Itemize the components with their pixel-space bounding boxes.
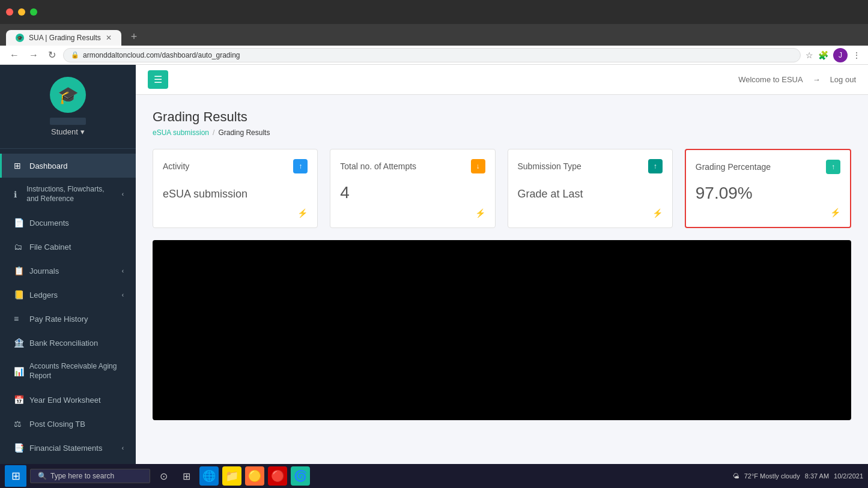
documents-icon: 📄 <box>14 218 23 227</box>
window-minimize-btn[interactable] <box>18 8 25 16</box>
app-container: 🎓 Student ▾ ⊞ Dashboard ℹ Instructions, … <box>0 65 868 464</box>
new-tab-btn[interactable]: + <box>126 28 142 46</box>
post-closing-icon: ⚖ <box>14 419 23 429</box>
breadcrumb-parent-link[interactable]: eSUA submission <box>153 128 209 137</box>
nav-reload-btn[interactable]: ↻ <box>46 48 58 62</box>
avatar: 🎓 <box>50 77 86 113</box>
sidebar-item-pay-rate-history[interactable]: ≡ Pay Rate History <box>0 307 136 331</box>
url-bar[interactable]: 🔒 armonddaltoncloud.com/dashboard/auto_g… <box>63 48 801 62</box>
window-maximize-btn[interactable] <box>30 8 37 16</box>
star-icon[interactable]: ☆ <box>806 50 813 60</box>
breadcrumb-current: Grading Results <box>218 128 270 137</box>
lock-icon: 🔒 <box>71 51 79 59</box>
sidebar-item-journals[interactable]: 📋 Journals ‹ <box>0 259 136 283</box>
card-grading-title: Grading Percentage <box>696 162 771 172</box>
info-icon: ℹ <box>14 190 20 199</box>
logout-btn[interactable]: Log out <box>830 75 856 84</box>
journals-icon: 📋 <box>14 266 23 276</box>
extensions-icon[interactable]: 🧩 <box>818 50 828 60</box>
video-area <box>153 240 851 420</box>
tab-close-btn[interactable]: ✕ <box>106 34 112 42</box>
card-submission-header: Submission Type ↑ <box>518 159 663 173</box>
card-activity-icon: ↑ <box>293 159 308 173</box>
card-submission-bolt-icon: ⚡ <box>652 208 663 218</box>
card-activity-footer: ⚡ <box>163 208 308 218</box>
sidebar-item-file-cabinet[interactable]: 🗂 File Cabinet <box>0 235 136 259</box>
menu-icon[interactable]: ⋮ <box>852 50 861 60</box>
page-title: Grading Results <box>153 109 851 125</box>
card-attempts-title: Total no. of Attempts <box>340 161 416 171</box>
student-label[interactable]: Student ▾ <box>51 127 85 136</box>
sidebar-nav: ⊞ Dashboard ℹ Instructions, Flowcharts, … <box>0 149 136 464</box>
profile-icon[interactable]: J <box>833 48 848 62</box>
nav-back-btn[interactable]: ← <box>7 49 22 62</box>
card-submission-title: Submission Type <box>518 161 581 171</box>
card-attempts-value: 4 <box>340 183 485 203</box>
main-content: ☰ Welcome to ESUA → Log out Grading Resu… <box>136 65 868 464</box>
cards-row: Activity ↑ eSUA submission ⚡ Total no. o… <box>153 149 851 228</box>
card-grading-footer: ⚡ <box>696 208 840 217</box>
tab-title: SUA | Grading Results <box>29 34 101 42</box>
ledgers-chevron-icon: ‹ <box>122 292 124 298</box>
sidebar-item-financial-statements[interactable]: 📑 Financial Statements ‹ <box>0 436 136 460</box>
menu-toggle-btn[interactable]: ☰ <box>148 70 168 89</box>
card-submission-footer: ⚡ <box>518 208 663 218</box>
card-attempts-footer: ⚡ <box>340 208 485 218</box>
card-grading-icon: ↑ <box>826 160 840 174</box>
accounts-receivable-icon: 📊 <box>14 367 23 376</box>
sidebar-item-instructions[interactable]: ℹ Instructions, Flowcharts, and Referenc… <box>0 178 136 211</box>
window-close-btn[interactable] <box>6 8 13 16</box>
browser-chrome <box>0 0 868 24</box>
tab-favicon: 🎓 <box>16 34 24 42</box>
card-activity-header: Activity ↑ <box>163 159 308 173</box>
card-submission-value: Grade at Last <box>518 183 663 203</box>
financial-statements-icon: 📑 <box>14 443 23 453</box>
sidebar-item-post-closing-tb[interactable]: ⚖ Post Closing TB <box>0 412 136 436</box>
sidebar-user: 🎓 Student ▾ <box>0 65 136 149</box>
sidebar-item-bank-reconciliation[interactable]: 🏦 Bank Reconciliation <box>0 331 136 355</box>
address-bar: ← → ↻ 🔒 armonddaltoncloud.com/dashboard/… <box>0 46 868 65</box>
card-submission-icon: ↑ <box>648 159 663 173</box>
card-activity-bolt-icon: ⚡ <box>297 208 308 218</box>
card-activity-value: eSUA submission <box>163 183 308 203</box>
sidebar-item-ledgers[interactable]: 📒 Ledgers ‹ <box>0 283 136 307</box>
card-activity-title: Activity <box>163 161 189 171</box>
nav-forward-btn[interactable]: → <box>26 49 41 62</box>
year-end-icon: 📅 <box>14 395 23 405</box>
avatar-name-bar <box>50 118 86 125</box>
card-attempts-header: Total no. of Attempts ↓ <box>340 159 485 173</box>
breadcrumb-separator: / <box>213 128 214 137</box>
card-activity: Activity ↑ eSUA submission ⚡ <box>153 149 318 228</box>
chevron-icon: ‹ <box>122 191 124 197</box>
card-grading-header: Grading Percentage ↑ <box>696 160 840 174</box>
active-tab[interactable]: 🎓 SUA | Grading Results ✕ <box>6 30 121 46</box>
bank-icon: 🏦 <box>14 338 23 348</box>
breadcrumb: eSUA submission / Grading Results <box>153 128 851 137</box>
sidebar-item-documents[interactable]: 📄 Documents <box>0 211 136 235</box>
card-grading-bolt-icon: ⚡ <box>830 208 840 217</box>
sidebar: 🎓 Student ▾ ⊞ Dashboard ℹ Instructions, … <box>0 65 136 464</box>
dashboard-icon: ⊞ <box>14 161 23 170</box>
ledgers-icon: 📒 <box>14 290 23 300</box>
pay-rate-icon: ≡ <box>14 314 23 324</box>
topbar: ☰ Welcome to ESUA → Log out <box>136 65 868 95</box>
card-submission-type: Submission Type ↑ Grade at Last ⚡ <box>508 149 673 228</box>
card-total-attempts: Total no. of Attempts ↓ 4 ⚡ <box>330 149 495 228</box>
page-body: Grading Results eSUA submission / Gradin… <box>136 95 868 464</box>
journals-chevron-icon: ‹ <box>122 268 124 274</box>
file-cabinet-icon: 🗂 <box>14 242 23 252</box>
url-text: armonddaltoncloud.com/dashboard/auto_gra… <box>83 51 240 59</box>
browser-actions: ☆ 🧩 J ⋮ <box>806 48 861 62</box>
sidebar-item-dashboard[interactable]: ⊞ Dashboard <box>0 154 136 178</box>
logout-arrow-icon: → <box>813 75 821 84</box>
card-grading-value: 97.09% <box>696 184 840 203</box>
card-grading-percentage: Grading Percentage ↑ 97.09% ⚡ <box>685 149 851 228</box>
tab-bar: 🎓 SUA | Grading Results ✕ + <box>0 24 868 46</box>
welcome-text: Welcome to ESUA <box>738 75 803 84</box>
card-attempts-icon: ↓ <box>471 159 485 173</box>
sidebar-item-accounts-receivable[interactable]: 📊 Accounts Receivable Aging Report <box>0 355 136 388</box>
financial-chevron-icon: ‹ <box>122 445 124 451</box>
sidebar-item-year-end-worksheet[interactable]: 📅 Year End Worksheet <box>0 388 136 412</box>
card-attempts-bolt-icon: ⚡ <box>475 208 485 218</box>
